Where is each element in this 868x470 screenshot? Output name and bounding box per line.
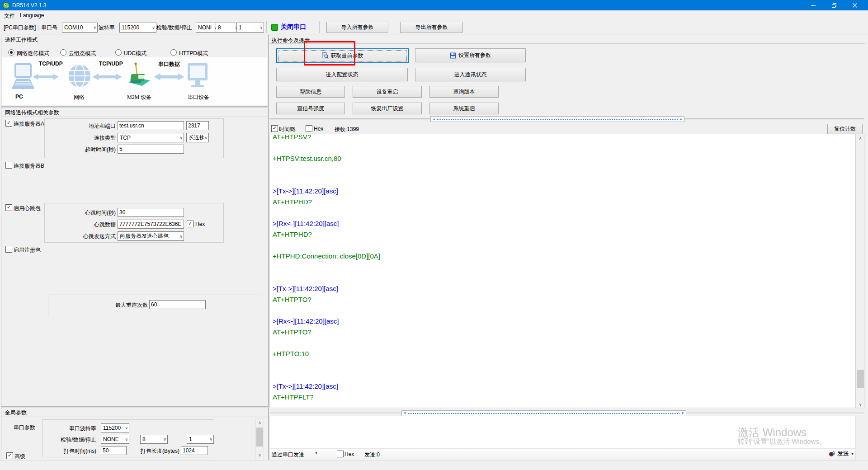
diagram-m2m-label: M2M 设备 (127, 94, 151, 101)
timestamp-checkbox[interactable]: ✓ (271, 125, 278, 132)
arrow-pc-net-icon (33, 72, 59, 83)
import-all-button[interactable]: 导入所有参数 (326, 22, 388, 33)
query-version-button[interactable]: 查询版本 (429, 86, 499, 98)
addr-port-label: 地址和端口 (48, 122, 116, 130)
pack-time-input[interactable]: 50 (101, 446, 127, 455)
register-label[interactable]: 启用注册包 (14, 246, 41, 254)
receive-hex-checkbox[interactable]: ✓ (306, 125, 312, 132)
log-line: AT+HTPFLT? (273, 392, 855, 403)
timeout-input[interactable]: 5 (118, 145, 184, 154)
work-mode-header: 选择工作模式 (1, 35, 268, 44)
minimize-icon (811, 3, 816, 8)
restore-button[interactable] (824, 0, 844, 10)
radio-net-passthrough-label[interactable]: 网络透传模式 (17, 50, 49, 57)
databits-select[interactable]: 8∨ (216, 23, 239, 33)
heartbeat-hex-checkbox[interactable]: ✓ (187, 221, 193, 227)
search-doc-icon (322, 52, 329, 59)
serial-device-icon (187, 62, 208, 92)
track-up-icon[interactable]: ▲ (432, 118, 436, 121)
advanced-checkbox[interactable]: ✓ (6, 452, 13, 459)
close-button[interactable] (844, 0, 865, 10)
heartbeat-hex-label[interactable]: Hex (195, 221, 205, 227)
reset-count-button[interactable]: 复位计数 (827, 124, 863, 134)
com-port-select[interactable]: COM10∨ (62, 23, 98, 33)
conn-keep-select[interactable]: 长连接∨ (186, 133, 209, 142)
dropdown-arrow-icon[interactable]: ▼ (315, 451, 318, 455)
server-b-label[interactable]: 连接服务器B (14, 162, 44, 170)
radio-udc-label[interactable]: UDC模式 (124, 50, 146, 57)
window-title: DR514 V2.1.3 (12, 2, 46, 9)
heartbeat-mode-select[interactable]: 向服务器发送心跳包∨ (118, 231, 184, 241)
heartbeat-time-input[interactable]: 30 (118, 208, 184, 217)
server-a-checkbox[interactable]: ✓ (5, 120, 12, 127)
track-up-icon[interactable]: ▲ (679, 118, 683, 121)
send-hex-label[interactable]: Hex (344, 451, 354, 457)
send-via-serial-dropdown[interactable]: 通过串口发送 (272, 451, 304, 459)
gl-stopbits-select[interactable]: 1∨ (187, 435, 214, 444)
baud-select[interactable]: 115200∨ (119, 23, 156, 33)
track-down-icon[interactable]: ▼ (403, 412, 407, 415)
receive-log[interactable]: AT+HTPSV?+HTPSV:test.usr.cn,80>[Tx->][11… (269, 134, 856, 408)
scroll-up-icon[interactable]: ∧ (856, 135, 864, 141)
heartbeat-data-input[interactable]: 7777772E7573722E636E (118, 220, 184, 229)
menu-language[interactable]: Language (20, 12, 44, 19)
scroll-up-icon[interactable]: ∧ (256, 419, 264, 426)
radio-httpd-label[interactable]: HTTPD模式 (179, 50, 208, 57)
server-a-label[interactable]: 连接服务器A (14, 120, 44, 128)
factory-reset-button[interactable]: 恢复出厂设置 (353, 103, 422, 114)
gl-parity-select[interactable]: NONE∨ (101, 435, 129, 444)
scroll-down-icon[interactable]: ∨ (856, 401, 864, 408)
log-line: AT+HTPHD? (273, 197, 855, 207)
radio-httpd[interactable] (170, 49, 177, 56)
get-params-button[interactable]: 获取当前参数 (276, 48, 409, 63)
system-reboot-button[interactable]: 系统重启 (429, 103, 499, 114)
log-vertical-scrollbar[interactable]: ∧ ∨ (856, 134, 865, 409)
title-bar: DR514 V2.1.3 (0, 0, 868, 10)
gl-baud-select[interactable]: 115200∨ (101, 423, 129, 432)
set-params-button[interactable]: 设置所有参数 (415, 48, 526, 62)
server-addr-input[interactable]: test.usr.cn (118, 121, 184, 130)
device-reboot-button[interactable]: 设备重启 (353, 86, 422, 98)
radio-net-passthrough[interactable] (8, 49, 14, 56)
minimize-button[interactable] (803, 0, 824, 10)
query-signal-button[interactable]: 查信号强度 (276, 103, 345, 114)
diagram-net-label: 网络 (74, 94, 85, 101)
max-reconnect-input[interactable]: 60 (149, 300, 206, 309)
export-all-button[interactable]: 导出所有参数 (400, 22, 463, 33)
scrollbar-thumb[interactable] (256, 428, 263, 446)
timestamp-label[interactable]: 时间戳 (279, 126, 295, 133)
scroll-down-icon[interactable]: ∨ (256, 452, 264, 458)
diagram-link2-label: TCP/UDP (99, 61, 123, 67)
top-scroll-track[interactable]: ▲ ▲ (430, 116, 684, 122)
track-down-icon[interactable]: ▼ (681, 412, 684, 415)
help-button[interactable]: 帮助信息 (276, 86, 345, 98)
conn-type-select[interactable]: TCP∨ (118, 133, 184, 142)
radio-udc[interactable] (115, 49, 122, 56)
server-b-checkbox[interactable]: ✓ (5, 162, 12, 169)
stopbits-select[interactable]: 1∨ (236, 23, 264, 33)
conn-type-label: 连接类型 (48, 134, 116, 142)
scrollbar-thumb[interactable] (857, 370, 864, 388)
register-checkbox[interactable]: ✓ (5, 246, 12, 253)
app-icon (3, 2, 9, 9)
radio-cloud[interactable] (60, 49, 66, 56)
enter-comm-button[interactable]: 进入通讯状态 (415, 68, 526, 81)
pack-len-input[interactable]: 1024 (181, 446, 208, 455)
server-port-input[interactable]: 2317 (186, 121, 209, 130)
heartbeat-checkbox[interactable]: ✓ (5, 204, 12, 211)
heartbeat-label[interactable]: 启用心跳包 (14, 205, 41, 212)
radio-cloud-label[interactable]: 云组态模式 (69, 50, 96, 57)
send-hex-checkbox[interactable]: ✓ (337, 451, 344, 457)
parity-select[interactable]: NONI∨ (196, 23, 218, 33)
left-vertical-scrollbar[interactable]: ∧ ∨ (255, 418, 264, 459)
log-line: +HTPSV:test.usr.cn,80 (273, 153, 855, 164)
close-serial-button[interactable]: 关闭串口 (281, 23, 306, 31)
chevron-down-icon: ∨ (92, 25, 96, 30)
receive-hex-label[interactable]: Hex (314, 126, 323, 132)
send-button[interactable]: 发送 ▼ (828, 449, 862, 459)
advanced-label[interactable]: 高级 (14, 453, 25, 461)
diagram-link1-label: TCP/UDP (39, 61, 63, 67)
menu-file[interactable]: 文件 (4, 12, 15, 20)
gl-databits-select[interactable]: 8∨ (140, 435, 168, 444)
enter-config-button[interactable]: 进入配置状态 (276, 68, 408, 81)
